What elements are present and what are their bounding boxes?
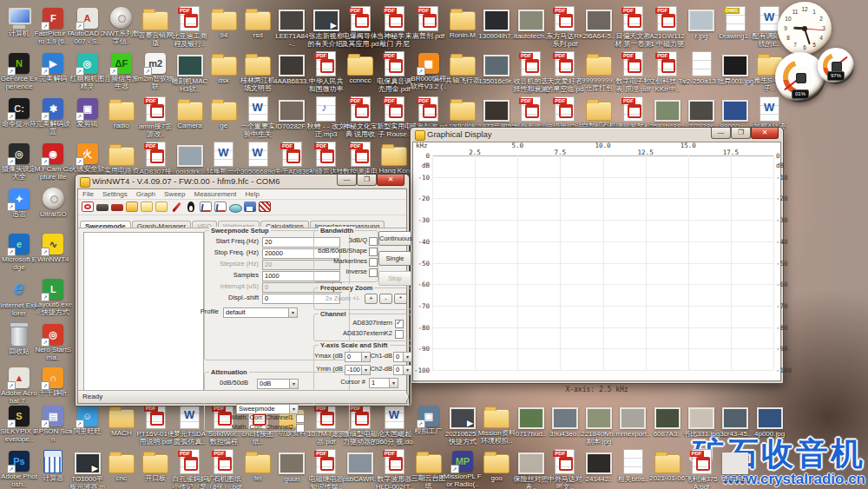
desktop-icon[interactable]: PDF立创科技 TeKKrr中.. [650, 50, 685, 93]
desktop-icon[interactable]: ID70282F.. [274, 96, 309, 130]
desktop-icon[interactable]: 桂林两江机场文明答题.. [240, 50, 275, 93]
channel-checkbox[interactable] [395, 320, 404, 328]
clock-gadget[interactable]: 121234567891011 [778, 2, 832, 56]
desktop-icon[interactable]: PDF目偏天文教材 第一卷测试.. [615, 5, 650, 49]
toolbar-button-graph[interactable] [199, 201, 213, 213]
desktop-icon[interactable]: PDF中华人民共和国微功率短.. [309, 50, 344, 94]
desktop-icon[interactable]: ♪秋蝉 - - 改文正.mp3 [309, 96, 344, 138]
desktop-icon[interactable]: LEE71A84-.. [274, 5, 309, 48]
toolbar-button-disc[interactable] [228, 201, 242, 213]
desktop-icon[interactable]: ΔF音频信号发生器 [104, 50, 139, 90]
desktop-icon[interactable]: 4AAB6833.. [274, 50, 309, 85]
desktop-icon[interactable]: 开口板 [138, 448, 173, 482]
desktop-icon[interactable]: ▶20210625.. 快捷方式 [445, 403, 480, 446]
meter-gauge-gadget-2[interactable]: 97% [818, 48, 854, 84]
desktop-icon[interactable]: ge [207, 96, 241, 129]
desktop-icon[interactable]: cnc [104, 448, 139, 482]
desktop-icon[interactable]: ▦BR000编程软件V3.2 (.. [411, 50, 446, 90]
profile-combo[interactable]: default [223, 307, 298, 318]
desktop-icon[interactable]: 共轴飞行器 [445, 50, 480, 84]
close-button[interactable]: ✕ [751, 128, 779, 139]
desktop-icon[interactable]: 99999999.. 仓库打包 [582, 50, 616, 92]
ymax-combo[interactable]: 0 [345, 352, 371, 362]
desktop-icon[interactable]: 1973年的55 [479, 96, 514, 130]
desktop-icon[interactable]: 3cr43-45.. [718, 403, 753, 438]
toolbar-button-power[interactable] [81, 201, 95, 213]
desktop-icon[interactable]: 221840fvb.. 副本.jpg [582, 403, 616, 446]
desktop-icon[interactable]: Camera [173, 96, 207, 129]
minimize-button[interactable]: — [337, 175, 357, 186]
minimize-button[interactable]: — [711, 128, 731, 139]
desktop-icon[interactable]: 回收站 [2, 321, 36, 355]
desktop-icon[interactable]: r.jpg [684, 5, 719, 40]
toolbar-button-wand[interactable] [169, 201, 183, 213]
desktop-icon[interactable]: 书比331.jpg [684, 403, 719, 438]
desktop-icon[interactable]: rsd [240, 5, 275, 39]
math-corr-checkbox[interactable] [296, 414, 305, 423]
desktop-icon[interactable]: 相关bt9s.. [615, 448, 650, 483]
menu-item-sweep[interactable]: Sweep [160, 189, 189, 199]
desktop-icon[interactable]: W论大国崛起360分 视.doc [377, 403, 411, 446]
desktop-icon[interactable]: eMicrosoft Edge [2, 231, 36, 271]
maximize-button[interactable]: ❐ [357, 175, 377, 186]
desktop-icon[interactable]: eInternet Explorer [2, 276, 36, 317]
desktop-icon[interactable]: SSILKYPIX Develope.. [2, 403, 36, 443]
desktop-icon[interactable]: PDF天文爱好者的星空临.pdf [548, 50, 582, 94]
desktop-icon[interactable]: PDFA21GW1121 中磁力驱传.. [650, 5, 685, 49]
ymin-combo[interactable]: -100 [345, 365, 371, 375]
zoom-plus-button[interactable]: + [365, 294, 378, 304]
desktop-icon[interactable]: PDF矿石机图纸（8张）.pdf [207, 448, 241, 489]
desktop-icon[interactable]: PDFPT16V-01使用说明.pdf [138, 403, 173, 446]
desktop-icon[interactable]: 0717bud.. [514, 403, 549, 438]
close-button[interactable]: ✕ [377, 175, 404, 186]
desktop-icon[interactable]: dsk [207, 50, 241, 84]
desktop-icon[interactable]: 6087A3.. [650, 403, 685, 438]
ch2-combo[interactable]: 0 [393, 365, 412, 375]
desktop-icon[interactable]: W梦元TSDA 圆弧仿真.. [173, 403, 207, 446]
desktop-icon[interactable]: MPMissionPL For Radio(.. [445, 448, 480, 488]
desktop-icon[interactable]: ▶完美解码 [36, 50, 70, 83]
menu-item-help[interactable]: Help [240, 189, 263, 199]
menu-item-graph[interactable]: Graph [132, 189, 160, 199]
desktop-icon[interactable]: PDF惠普剂.pdf [411, 5, 446, 40]
desktop-icon[interactable]: 雕刻机MACH3软.. [173, 50, 207, 93]
desktop-icon[interactable]: PDF数字波形器 HLD-002(T.. [377, 448, 411, 489]
desktop-icon[interactable]: goo [479, 448, 514, 482]
desktop-icon[interactable]: LLayout6.exe - 快捷方式 [36, 276, 70, 316]
zoom-star-button[interactable]: * [394, 294, 407, 304]
desktop-icon[interactable]: Ronin-M [445, 5, 480, 39]
desktop-icon[interactable]: PDF电磁继电器知识传媒.. [309, 448, 344, 489]
toolbar-button-note[interactable] [155, 201, 168, 213]
desktop-icon[interactable]: ∿WinNWT4 [36, 231, 70, 263]
winnwt4-titlebar[interactable]: WinNWT4 - V.4.09.07 - FW:0.00 - hfm9.hfc… [76, 175, 409, 188]
desktop-icon[interactable]: 2021-01-06 [650, 448, 685, 482]
desktop-icon[interactable]: PDF电爆阀导体及其应用.pdf [343, 5, 378, 49]
desktop-icon[interactable]: v7-7938s.. [684, 96, 719, 130]
desktop-icon[interactable]: PDF东方马达RK系列.pdf [548, 5, 582, 48]
desktop-icon[interactable]: ▶张志新视察的有关介绍.m.. [309, 5, 344, 49]
desktop-icon[interactable]: radiolink [445, 96, 480, 129]
desktop-icon[interactable]: AAutoCAD 2007 - S.. [70, 5, 105, 45]
toolbar-button-save[interactable] [243, 201, 257, 213]
desktop-icon[interactable]: PsAdobe Photosh.. [2, 448, 36, 488]
desktop-icon[interactable]: 39u43eo.. [548, 403, 582, 438]
toolbar-button-grid[interactable] [258, 201, 272, 213]
desktop-icon[interactable]: 计算器 [36, 448, 70, 482]
bandwidth-checkbox[interactable] [369, 237, 378, 246]
desktop-icon[interactable]: PDFamm接7货源改.. [138, 96, 173, 138]
desktop-icon[interactable]: ◎Nero StartSma.. [36, 321, 70, 361]
desktop-icon[interactable]: mmexport.. [615, 403, 650, 438]
desktop-icon[interactable]: PDF收音机的选择性和衰减用.. [514, 50, 549, 94]
single-button[interactable]: Single [378, 251, 411, 266]
menu-item-file[interactable]: File [78, 189, 98, 199]
desktop-icon[interactable]: 135016c9r.. [479, 50, 514, 85]
desktop-icon[interactable]: ✦迅雷 [2, 186, 36, 218]
desktop-icon[interactable]: PDF神秘文化宝典 说用收音.. [343, 96, 378, 139]
desktop-icon[interactable]: W转换那一个 [207, 141, 241, 175]
desktop-icon[interactable]: 自制矿石机 [582, 96, 616, 129]
desktop-icon[interactable]: PDF新型实用电子 Rouse.. [377, 96, 411, 138]
desktop-icon[interactable]: guun [274, 448, 309, 483]
toolbar-button-tux[interactable] [184, 201, 198, 213]
desktop-icon[interactable]: W一个重要实验中生关于.. [240, 96, 275, 139]
desktop-icon[interactable]: PDF飞利浦375A.pdf [684, 448, 719, 489]
